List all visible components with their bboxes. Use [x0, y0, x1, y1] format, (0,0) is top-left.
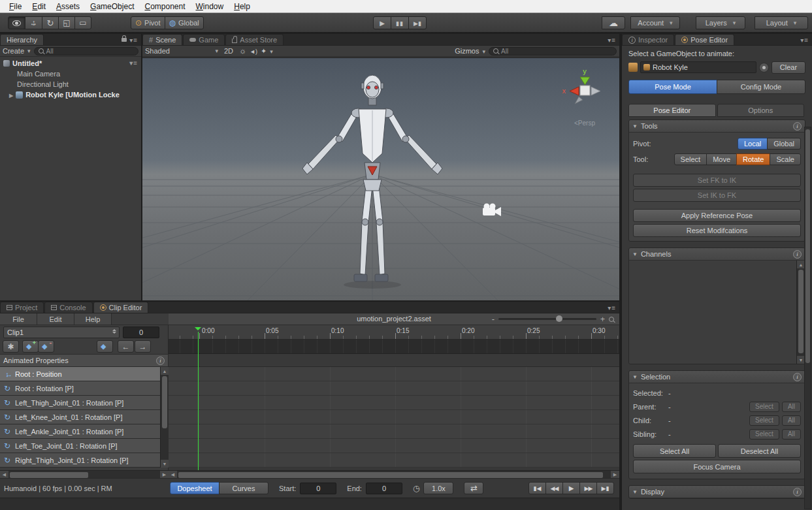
menu-file[interactable]: File [4, 1, 27, 12]
tab-console[interactable]: Console [44, 302, 92, 313]
clip-menu-edit[interactable]: Edit [37, 313, 74, 325]
scroll-down-icon[interactable]: ▼ [161, 460, 169, 468]
clip-selector-dropdown[interactable]: Clip1 [3, 327, 120, 338]
subtab-options[interactable]: Options [717, 104, 805, 117]
scale-tool-button[interactable] [58, 16, 75, 29]
timeline-hscrollbar[interactable]: ◀ ▶ [169, 470, 619, 478]
add-keyframe-button[interactable] [22, 340, 39, 353]
global-toggle-button[interactable]: Global [165, 16, 204, 29]
expander-icon[interactable] [9, 91, 13, 99]
start-field[interactable] [300, 483, 336, 494]
clip-menu-file[interactable]: File [0, 313, 37, 325]
settings-button[interactable] [3, 340, 19, 353]
step-button[interactable] [408, 16, 427, 29]
pose-mode-button[interactable]: Pose Mode [628, 80, 717, 94]
keyframe-track[interactable] [169, 340, 619, 354]
focus-camera-button[interactable]: Focus Camera [633, 460, 801, 473]
config-mode-button[interactable]: Config Mode [717, 80, 805, 94]
scroll-thumb[interactable] [162, 376, 167, 428]
hierarchy-search-input[interactable]: All [34, 47, 138, 56]
channels-section-header[interactable]: ▼ Channels [629, 248, 805, 261]
zoom-in-button[interactable] [600, 315, 605, 324]
pose-editor-panel-menu-icon[interactable] [800, 37, 809, 44]
hierarchy-item-robot-kyle[interactable]: Robot Kyle [UMotion Locke [0, 89, 141, 100]
collapse-triangle-icon[interactable]: ▼ [632, 489, 638, 495]
set-fk-to-ik-button[interactable]: Set FK to IK [633, 174, 801, 187]
hierarchy-panel-menu-icon[interactable] [129, 37, 138, 44]
effects-dropdown-icon[interactable] [261, 48, 273, 55]
scene-viewport[interactable]: y x <Persp [142, 57, 619, 300]
scene-panel-menu-icon[interactable] [608, 37, 616, 44]
persp-label[interactable]: <Persp [574, 120, 595, 127]
info-icon[interactable] [793, 373, 802, 381]
2d-toggle[interactable]: 2D [221, 47, 236, 55]
property-row-left-toe[interactable]: Left_Toe_Joint_01 : Rotation [P] [0, 439, 160, 453]
dopesheet-grid[interactable] [169, 367, 619, 468]
menu-help[interactable]: Help [229, 1, 255, 12]
scroll-thumb[interactable] [10, 472, 88, 478]
tool-move-button[interactable]: Move [706, 153, 737, 165]
scene-root-row[interactable]: Untitled* [0, 58, 141, 69]
timeline-zoom-slider[interactable] [498, 318, 596, 320]
pivot-local-button[interactable]: Local [738, 138, 768, 150]
layers-dropdown[interactable]: Layers [696, 16, 745, 29]
sibling-all-button[interactable]: All [782, 429, 801, 439]
menu-assets[interactable]: Assets [51, 1, 85, 12]
scroll-up-icon[interactable]: ▲ [161, 367, 169, 375]
parent-select-button[interactable]: Select [749, 402, 779, 412]
properties-scrollbar[interactable]: ▲ ▼ [160, 367, 169, 468]
select-all-button[interactable]: Select All [633, 444, 716, 458]
next-key-button[interactable] [135, 340, 151, 353]
subtab-pose-editor[interactable]: Pose Editor [628, 104, 716, 117]
shading-mode-dropdown[interactable]: Shaded [145, 47, 218, 55]
property-row-root-rotation[interactable]: Root : Rotation [P] [0, 381, 160, 396]
playhead-marker[interactable] [195, 327, 201, 334]
layout-dropdown[interactable]: Layout [755, 16, 808, 29]
tab-game[interactable]: Game [183, 34, 225, 45]
deselect-all-button[interactable]: Deselect All [718, 444, 801, 458]
reset-modifications-button[interactable]: Reset Modifcations [633, 224, 801, 237]
selection-section-header[interactable]: ▼ Selection [629, 371, 805, 383]
curves-view-button[interactable]: Curves [219, 482, 268, 494]
delete-keyframe-button[interactable] [38, 340, 54, 353]
sibling-select-button[interactable]: Select [749, 429, 779, 439]
property-row-left-knee[interactable]: Left_Knee_Joint_01 : Rotation [P] [0, 410, 160, 424]
info-icon[interactable] [793, 122, 802, 131]
end-field[interactable] [366, 483, 402, 494]
view-tool-button[interactable] [8, 16, 25, 29]
parent-all-button[interactable]: All [782, 402, 801, 412]
zoom-out-button[interactable] [492, 314, 495, 324]
loop-toggle-button[interactable] [464, 482, 483, 494]
collapse-triangle-icon[interactable]: ▼ [632, 123, 638, 129]
scroll-thumb[interactable] [798, 270, 804, 353]
lock-icon[interactable] [122, 38, 127, 42]
hierarchy-item-directional-light[interactable]: Directional Light [0, 79, 141, 89]
menu-window[interactable]: Window [191, 1, 229, 12]
tab-inspector[interactable]: Inspector [622, 34, 674, 45]
hierarchy-item-main-camera[interactable]: Main Camera [0, 69, 141, 79]
property-row-left-thigh[interactable]: Left_Thigh_Joint_01 : Rotation [P] [0, 396, 160, 410]
account-dropdown[interactable]: Account [630, 16, 680, 29]
gizmos-dropdown[interactable]: Gizmos [455, 47, 485, 55]
pivot-toggle-button[interactable]: Pivot [131, 16, 165, 29]
scroll-thumb[interactable] [178, 472, 603, 478]
key-selected-button[interactable] [97, 340, 113, 353]
info-icon[interactable] [793, 488, 802, 496]
menu-edit[interactable]: Edit [27, 1, 51, 12]
tool-rotate-button[interactable]: Rotate [736, 153, 770, 165]
playback-speed-dropdown[interactable]: 1.0x [423, 482, 453, 494]
property-row-root-position[interactable]: Root : Position [0, 367, 160, 381]
collapse-triangle-icon[interactable]: ▼ [632, 374, 638, 380]
scene-menu-icon[interactable] [129, 59, 138, 67]
frame-field[interactable] [123, 327, 159, 338]
child-all-button[interactable]: All [782, 415, 801, 426]
timeline-search-icon[interactable] [609, 317, 614, 322]
tab-clip-editor[interactable]: Clip Editor [93, 302, 149, 313]
collab-cloud-button[interactable] [602, 16, 625, 29]
audio-toggle-icon[interactable] [250, 48, 257, 55]
tool-scale-button[interactable]: Scale [770, 153, 801, 165]
tab-scene[interactable]: Scene [142, 34, 182, 45]
set-ik-to-fk-button[interactable]: Set IK to FK [633, 189, 801, 202]
tab-asset-store[interactable]: Asset Store [225, 34, 284, 45]
info-icon[interactable] [793, 250, 802, 259]
